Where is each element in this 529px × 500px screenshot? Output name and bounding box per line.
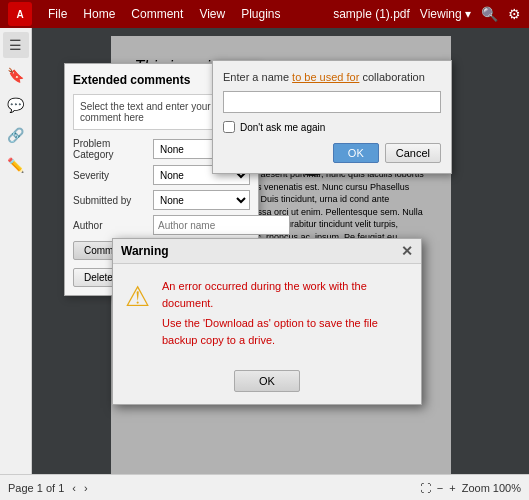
status-bar: Page 1 of 1 ‹ › ⛶ − + Zoom 100% [0,474,529,500]
submitted-by-row: Submitted by None [73,190,250,210]
collab-underlined: to be used for [292,71,359,83]
zoom-out-icon[interactable]: − [437,482,443,494]
zoom-label: Zoom 100% [462,482,521,494]
dont-ask-checkbox[interactable] [223,121,235,133]
zoom-in-icon[interactable]: + [449,482,455,494]
settings-icon[interactable]: ⚙ [508,6,521,22]
author-row: Author [73,215,250,235]
left-sidebar: ☰ 🔖 💬 🔗 ✏️ [0,28,32,474]
next-page-icon[interactable]: › [84,482,88,494]
author-label: Author [73,220,153,231]
menu-home[interactable]: Home [83,7,115,21]
main-layout: ☰ 🔖 💬 🔗 ✏️ This is a simple PDF file. Fu… [0,28,529,474]
submitted-by-select[interactable]: None [153,190,250,210]
warning-line2: Use the 'Download as' option to save the… [162,315,409,348]
dont-ask-label: Don't ask me again [240,122,325,133]
warning-title: Warning [121,244,169,258]
warning-text-block: An error occurred during the work with t… [162,278,409,348]
collab-buttons: OK Cancel [223,143,441,163]
warning-triangle-icon: ⚠ [125,280,150,313]
sidebar-icon-bookmark[interactable]: 🔖 [3,62,29,88]
content-area: This is a simple PDF file. Fun fun fun. … [32,28,529,474]
sidebar-icon-comments[interactable]: 💬 [3,92,29,118]
panel-title: Extended comments [73,73,190,87]
severity-label: Severity [73,170,153,181]
menu-comment[interactable]: Comment [131,7,183,21]
warning-footer: OK [113,362,421,404]
sidebar-icon-link[interactable]: 🔗 [3,122,29,148]
search-icon[interactable]: 🔍 [481,6,498,22]
fit-page-icon[interactable]: ⛶ [420,482,431,494]
logo-text: A [16,9,23,20]
collab-checkbox-row: Don't ask me again [223,121,441,133]
viewing-dropdown[interactable]: Viewing ▾ [420,7,471,21]
warning-line1: An error occurred during the work with t… [162,278,409,311]
prev-page-icon[interactable]: ‹ [72,482,76,494]
menu-bar-right: sample (1).pdf Viewing ▾ 🔍 ⚙ [333,6,521,22]
status-bar-right: ⛶ − + Zoom 100% [420,482,521,494]
collaboration-dialog: Enter a name to be used for collaboratio… [212,60,452,174]
page-label: Page 1 of 1 [8,482,64,494]
sidebar-icon-tools[interactable]: ✏️ [3,152,29,178]
warning-ok-button[interactable]: OK [234,370,300,392]
menu-file[interactable]: File [48,7,67,21]
author-input[interactable] [153,215,290,235]
menu-bar: A File Home Comment View Plugins sample … [0,0,529,28]
warning-close-button[interactable]: ✕ [401,243,413,259]
submitted-by-label: Submitted by [73,195,153,206]
collab-prompt: Enter a name to be used for collaboratio… [223,71,441,83]
collab-ok-button[interactable]: OK [333,143,379,163]
warning-dialog: Warning ✕ ⚠ An error occurred during the… [112,238,422,405]
app-logo: A [8,2,32,26]
file-name: sample (1).pdf [333,7,410,21]
menu-view[interactable]: View [199,7,225,21]
collab-name-input[interactable] [223,91,441,113]
warning-body: ⚠ An error occurred during the work with… [113,264,421,362]
menu-plugins[interactable]: Plugins [241,7,280,21]
sidebar-icon-menu[interactable]: ☰ [3,32,29,58]
collab-cancel-button[interactable]: Cancel [385,143,441,163]
problem-category-label: Problem Category [73,138,153,160]
warning-titlebar: Warning ✕ [113,239,421,264]
